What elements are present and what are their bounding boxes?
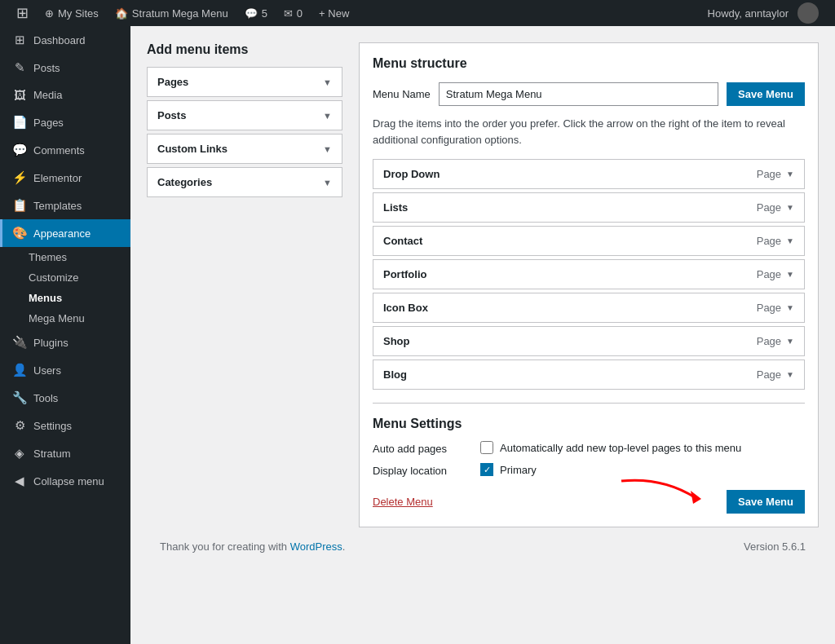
menu-settings-section: Menu Settings Auto add pages Automatical… xyxy=(373,403,805,477)
menu-structure-box: Menu structure Menu Name Save Menu Drag … xyxy=(359,42,819,527)
sidebar-item-elementor[interactable]: ⚡ Elementor xyxy=(0,164,130,192)
sidebar-sub-themes[interactable]: Themes xyxy=(0,247,130,267)
menu-item-type-row: Page ▼ xyxy=(757,368,794,381)
adminbar-user[interactable]: Howdy, anntaylor xyxy=(700,0,827,26)
chevron-down-icon: ▼ xyxy=(786,270,794,279)
sidebar-item-stratum[interactable]: ◈ Stratum xyxy=(0,439,130,467)
primary-checkbox[interactable]: ✓ xyxy=(480,463,493,476)
chevron-down-icon: ▼ xyxy=(786,303,794,312)
table-row[interactable]: Drop Down Page ▼ xyxy=(373,159,805,189)
sidebar-item-users[interactable]: 👤 Users xyxy=(0,356,130,384)
menu-item-type-row: Page ▼ xyxy=(757,302,794,314)
menu-item-name: Contact xyxy=(383,235,422,247)
sidebar-item-comments[interactable]: 💬 Comments xyxy=(0,136,130,164)
sidebar-item-dashboard[interactable]: ⊞ Dashboard xyxy=(0,26,130,54)
menu-item-name: Icon Box xyxy=(383,302,428,314)
adminbar-site[interactable]: 🏠 Stratum Mega Menu xyxy=(107,0,236,26)
menu-item-type-row: Page ▼ xyxy=(757,268,794,280)
display-location-row: Display location ✓ Primary xyxy=(373,463,805,477)
sidebar-item-plugins[interactable]: 🔌 Plugins xyxy=(0,329,130,356)
sidebar-item-tools[interactable]: 🔧 Tools xyxy=(0,384,130,412)
footer: Thank you for creating with WordPress. V… xyxy=(147,527,819,566)
add-menu-panel: Add menu items Pages ▼ Posts ▼ Custom xyxy=(147,42,342,201)
sidebar-item-appearance[interactable]: 🎨 Appearance xyxy=(0,219,130,247)
sidebar-item-media[interactable]: 🖼 Media xyxy=(0,82,130,108)
settings-icon: ⚙ xyxy=(12,418,27,433)
sidebar-item-settings[interactable]: ⚙ Settings xyxy=(0,412,130,439)
sidebar-sub-customize[interactable]: Customize xyxy=(0,267,130,288)
plugins-icon: 🔌 xyxy=(12,335,27,350)
menu-item-name: Drop Down xyxy=(383,168,440,180)
save-menu-button-bottom[interactable]: Save Menu xyxy=(727,490,805,514)
sidebar-item-templates[interactable]: 📋 Templates xyxy=(0,192,130,219)
add-menu-title: Add menu items xyxy=(147,42,342,57)
main-content: Add menu items Pages ▼ Posts ▼ Custom xyxy=(130,26,835,644)
adminbar-comments[interactable]: 💬 5 xyxy=(236,0,276,26)
table-row[interactable]: Lists Page ▼ xyxy=(373,192,805,223)
table-row[interactable]: Blog Page ▼ xyxy=(373,359,805,390)
accordion-categories-header[interactable]: Categories ▼ xyxy=(148,168,342,196)
table-row[interactable]: Contact Page ▼ xyxy=(373,226,805,256)
auto-add-control: Automatically add new top-level pages to… xyxy=(480,441,741,454)
delete-menu-link[interactable]: Delete Menu xyxy=(373,496,433,508)
drag-hint: Drag the items into the order you prefer… xyxy=(373,116,805,148)
posts-icon: ✎ xyxy=(12,60,27,75)
media-icon: 🖼 xyxy=(12,88,27,102)
chevron-down-icon: ▼ xyxy=(786,236,794,245)
table-row[interactable]: Portfolio Page ▼ xyxy=(373,259,805,289)
accordion-custom-links[interactable]: Custom Links ▼ xyxy=(147,134,342,164)
chevron-down-icon: ▼ xyxy=(323,77,332,87)
svg-marker-0 xyxy=(691,491,701,504)
display-location-label: Display location xyxy=(373,463,471,477)
menu-actions-row: Delete Menu Save Menu xyxy=(373,490,805,514)
adminbar-wp-icon[interactable]: ⊞ xyxy=(8,0,37,26)
accordion-pages-header[interactable]: Pages ▼ xyxy=(148,68,342,96)
sidebar-item-collapse[interactable]: ◀ Collapse menu xyxy=(0,467,130,495)
menu-item-name: Blog xyxy=(383,368,407,381)
footer-version: Version 5.6.1 xyxy=(744,540,806,553)
feedback-icon: ✉ xyxy=(284,7,293,20)
menu-structure-title: Menu structure xyxy=(373,56,805,71)
table-row[interactable]: Icon Box Page ▼ xyxy=(373,293,805,323)
sidebar-item-pages[interactable]: 📄 Pages xyxy=(0,108,130,136)
sidebar-item-posts[interactable]: ✎ Posts xyxy=(0,54,130,82)
menu-item-name: Lists xyxy=(383,201,408,214)
accordion-categories[interactable]: Categories ▼ xyxy=(147,167,342,197)
avatar xyxy=(797,2,819,24)
accordion-pages[interactable]: Pages ▼ xyxy=(147,67,342,97)
templates-icon: 📋 xyxy=(12,198,27,213)
footer-thank-you: Thank you for creating with WordPress. xyxy=(160,540,345,553)
adminbar-new[interactable]: + New xyxy=(311,0,357,26)
accordion-posts-header[interactable]: Posts ▼ xyxy=(148,101,342,130)
pages-icon: 📄 xyxy=(12,115,27,130)
primary-control: ✓ Primary xyxy=(480,463,537,476)
adminbar-feedback[interactable]: ✉ 0 xyxy=(276,0,311,26)
tools-icon: 🔧 xyxy=(12,390,27,405)
accordion-custom-links-header[interactable]: Custom Links ▼ xyxy=(148,135,342,163)
wordpress-link[interactable]: WordPress xyxy=(290,540,342,553)
admin-bar: ⊞ ⊕ My Sites 🏠 Stratum Mega Menu 💬 5 ✉ 0… xyxy=(0,0,835,26)
menu-item-type-row: Page ▼ xyxy=(757,201,794,214)
sidebar-sub-menus[interactable]: Menus xyxy=(0,288,130,308)
menu-name-input[interactable] xyxy=(439,82,718,106)
menu-settings-title: Menu Settings xyxy=(373,417,805,431)
comment-icon: 💬 xyxy=(245,7,258,20)
chevron-down-icon: ▼ xyxy=(323,111,332,121)
wp-logo-icon: ⊞ xyxy=(16,4,29,22)
auto-add-row: Auto add pages Automatically add new top… xyxy=(373,441,805,455)
menu-item-name: Shop xyxy=(383,335,410,347)
chevron-down-icon: ▼ xyxy=(786,203,794,212)
menu-item-name: Portfolio xyxy=(383,268,426,280)
arrow-graphic xyxy=(613,473,711,505)
save-menu-button-top[interactable]: Save Menu xyxy=(727,82,805,106)
sidebar-sub-mega-menu[interactable]: Mega Menu xyxy=(0,308,130,329)
accordion-posts[interactable]: Posts ▼ xyxy=(147,100,342,130)
users-icon: 👤 xyxy=(12,363,27,377)
table-row[interactable]: Shop Page ▼ xyxy=(373,326,805,356)
menu-item-type-row: Page ▼ xyxy=(757,235,794,247)
chevron-down-icon: ▼ xyxy=(786,170,794,179)
auto-add-checkbox[interactable] xyxy=(480,441,493,454)
adminbar-mysites[interactable]: ⊕ My Sites xyxy=(37,0,107,26)
menu-structure-panel: Menu structure Menu Name Save Menu Drag … xyxy=(359,42,819,527)
auto-add-label: Auto add pages xyxy=(373,441,471,455)
